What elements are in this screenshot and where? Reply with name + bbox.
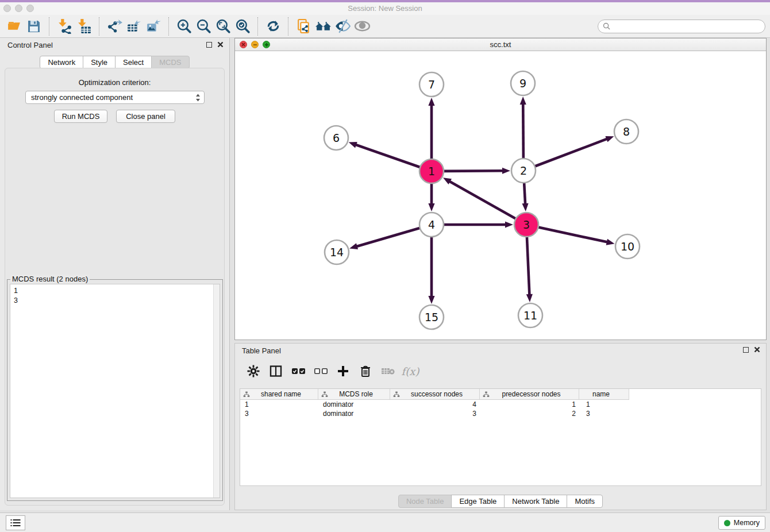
column-header-successor-nodes[interactable]: successor nodes — [390, 389, 480, 399]
tab-network-table[interactable]: Network Table — [504, 495, 567, 508]
search-box — [598, 20, 765, 33]
edge-arrowhead — [428, 203, 434, 211]
toggle-column-view-button[interactable] — [268, 363, 284, 379]
import-table-button[interactable] — [74, 17, 94, 36]
edge-arrowhead — [526, 294, 533, 302]
zoom-fit-button[interactable] — [213, 17, 233, 36]
edge-arrowhead — [606, 239, 615, 245]
select-all-button[interactable] — [290, 363, 306, 379]
apply-layout-button[interactable] — [263, 17, 283, 36]
memory-button[interactable]: Memory — [718, 516, 765, 530]
import-table-icon — [76, 18, 92, 34]
node-label: 2 — [520, 164, 527, 177]
tab-style[interactable]: Style — [83, 56, 116, 69]
graph-edge-1-2[interactable] — [442, 171, 503, 171]
table-cell: 3 — [579, 409, 629, 418]
result-scrollbar[interactable] — [213, 284, 220, 498]
run-mcds-button[interactable]: Run MCDS — [54, 110, 107, 123]
graph-edge-4-14[interactable] — [356, 228, 421, 246]
column-header-mcds-role[interactable]: MCDS role — [318, 389, 390, 399]
save-session-button[interactable] — [24, 17, 44, 36]
graph-edge-3-10[interactable] — [537, 227, 608, 242]
control-panel: Control Panel Network Style Select MCDS … — [0, 38, 230, 510]
network-canvas[interactable]: 7968124314101511 — [235, 51, 766, 340]
edge-arrowhead — [605, 136, 614, 142]
network-graph[interactable]: 7968124314101511 — [235, 51, 766, 340]
graph-edge-3-11[interactable] — [527, 236, 530, 295]
edge-arrowhead — [520, 97, 526, 105]
graph-edge-2-9[interactable] — [523, 103, 523, 160]
save-icon — [26, 19, 41, 34]
memory-status-icon — [724, 520, 730, 526]
task-history-button[interactable] — [6, 515, 25, 530]
network-window-titlebar: scc.txt — [235, 38, 766, 51]
tab-node-table[interactable]: Node Table — [398, 495, 452, 508]
table-cell: 4 — [390, 400, 480, 409]
result-list-item[interactable]: 1 — [10, 286, 220, 296]
node-label: 10 — [621, 240, 634, 253]
control-panel-tabbar: Network Style Select MCDS — [0, 56, 229, 69]
export-table-button[interactable] — [124, 17, 144, 36]
create-column-button[interactable] — [335, 363, 351, 379]
table-cell: 3 — [240, 409, 318, 418]
graph-edge-1-6[interactable] — [355, 145, 421, 168]
node-label: 6 — [333, 132, 340, 144]
attribute-type-icon — [243, 391, 250, 398]
close-panel-icon[interactable] — [754, 346, 760, 353]
open-session-button[interactable] — [5, 17, 24, 36]
mcds-result-list[interactable]: 13 — [10, 284, 220, 498]
table-row[interactable]: 3dominator323 — [240, 409, 761, 418]
graph-edge-2-8[interactable] — [534, 138, 608, 167]
clone-network-button[interactable] — [294, 17, 313, 36]
tab-edge-table[interactable]: Edge Table — [451, 495, 505, 508]
edge-arrowhead — [349, 142, 357, 148]
column-header-name[interactable]: name — [579, 389, 629, 399]
delete-columns-button[interactable] — [357, 363, 374, 379]
first-neighbors-button[interactable] — [313, 17, 333, 36]
import-network-button[interactable] — [55, 17, 74, 36]
graph-edge-3-1[interactable] — [449, 181, 517, 219]
result-list-item[interactable]: 3 — [10, 296, 220, 306]
table-settings-button[interactable] — [245, 363, 261, 379]
node-table-header: shared name MCDS role — [240, 389, 629, 400]
clone-network-icon — [296, 18, 311, 34]
float-panel-icon[interactable] — [206, 42, 212, 48]
tab-select[interactable]: Select — [115, 56, 152, 69]
search-input[interactable] — [613, 22, 760, 31]
import-network-icon — [57, 18, 72, 34]
zoom-selected-button[interactable] — [233, 17, 252, 36]
export-image-button[interactable] — [144, 17, 163, 36]
tab-mcds[interactable]: MCDS — [151, 56, 189, 69]
tab-motifs[interactable]: Motifs — [567, 495, 603, 508]
column-header-shared-name[interactable]: shared name — [240, 389, 318, 399]
control-panel-header: Control Panel — [0, 38, 229, 53]
control-panel-title: Control Panel — [7, 41, 53, 49]
attribute-type-icon — [393, 391, 400, 398]
graph-edge-2-3[interactable] — [524, 182, 525, 205]
deselect-all-icon — [314, 367, 328, 376]
delete-table-button[interactable] — [380, 363, 396, 379]
show-graphics-details-button[interactable] — [333, 17, 352, 36]
close-panel-button[interactable]: Close panel — [116, 110, 175, 123]
table-panel-title: Table Panel — [242, 346, 281, 355]
zoom-in-button[interactable] — [174, 17, 194, 36]
close-panel-icon[interactable] — [217, 41, 224, 48]
zoom-out-button[interactable] — [194, 17, 213, 36]
float-panel-icon[interactable] — [743, 347, 749, 353]
export-network-button[interactable] — [105, 17, 124, 36]
table-cell: 2 — [480, 409, 579, 418]
node-label: 11 — [523, 309, 537, 322]
column-header-predecessor-nodes[interactable]: predecessor nodes — [480, 389, 579, 399]
table-row[interactable]: 1dominator411 — [240, 400, 761, 409]
add-column-icon — [337, 365, 349, 377]
criterion-dropdown[interactable]: strongly connected component — [25, 91, 205, 104]
export-image-icon — [146, 18, 161, 34]
mcds-result-title: MCDS result (2 nodes) — [10, 275, 90, 283]
node-table: shared name MCDS role — [240, 388, 761, 486]
function-builder-button[interactable]: f(x) — [402, 363, 418, 379]
table-cell: 1 — [579, 400, 629, 409]
attribute-type-icon — [483, 391, 490, 398]
tab-network[interactable]: Network — [40, 56, 83, 69]
hide-graphics-details-button[interactable] — [352, 17, 372, 36]
deselect-all-button[interactable] — [313, 363, 329, 379]
